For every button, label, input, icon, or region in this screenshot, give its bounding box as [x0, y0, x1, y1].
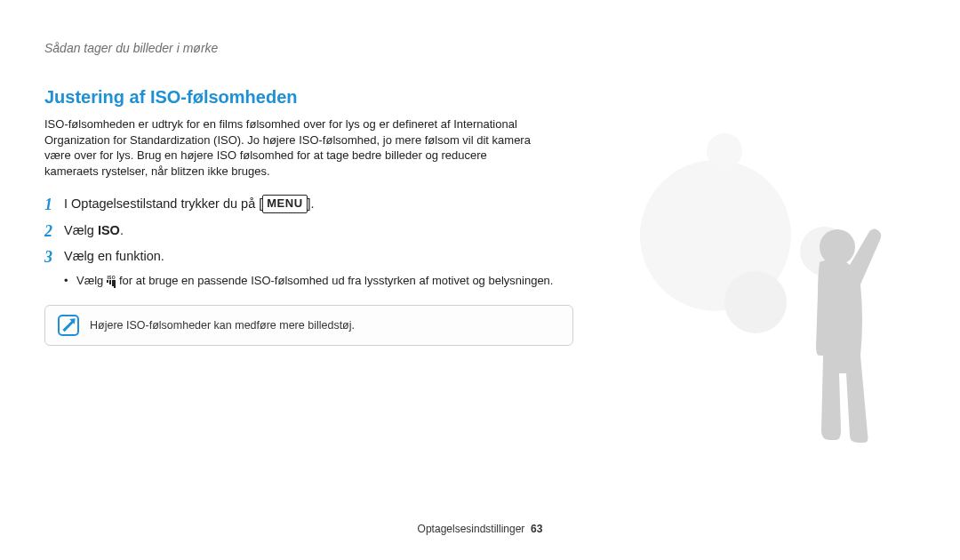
- intro-paragraph: ISO-følsomheden er udtryk for en films f…: [44, 116, 542, 179]
- step-text: Vælg en funktion.: [64, 247, 164, 266]
- bullet-pre: Vælg: [76, 274, 107, 287]
- bubble-icon: [707, 133, 742, 169]
- step-number: 3: [44, 247, 64, 268]
- iso-auto-icon: ISO: [107, 276, 116, 288]
- step-number: 2: [44, 221, 64, 242]
- bubble-icon: [724, 271, 787, 333]
- note-callout: Højere ISO-følsomheder kan medføre mere …: [44, 305, 573, 346]
- steps-list: 1 I Optagelsestilstand trykker du på [ME…: [44, 195, 569, 268]
- step-2-post: .: [120, 223, 124, 237]
- step-1: 1 I Optagelsestilstand trykker du på [ME…: [44, 195, 569, 215]
- child-silhouette-icon: [764, 213, 898, 462]
- step-2-bold: ISO: [98, 223, 120, 237]
- footer-section: Optagelsesindstillinger: [418, 523, 525, 535]
- decorative-art: [640, 133, 924, 471]
- step-text: Vælg ISO.: [64, 221, 124, 240]
- bullet-marker: •: [64, 273, 76, 289]
- step-2: 2 Vælg ISO.: [44, 221, 569, 242]
- step-1-pre: I Optagelsestilstand trykker du på [: [64, 196, 262, 211]
- note-icon: [58, 315, 79, 336]
- step-number: 1: [44, 195, 64, 215]
- step-2-pre: Vælg: [64, 223, 98, 237]
- page-footer: Optagelsesindstillinger 63: [0, 523, 960, 535]
- note-text: Højere ISO-følsomheder kan medføre mere …: [90, 319, 355, 332]
- svg-point-0: [820, 229, 855, 265]
- page-number: 63: [531, 523, 542, 535]
- step-text: I Optagelsestilstand trykker du på [MENU…: [64, 195, 315, 213]
- step-3: 3 Vælg en funktion.: [44, 247, 569, 268]
- breadcrumb: Sådan tager du billeder i mørke: [44, 41, 916, 55]
- bullet-post: for at bruge en passende ISO-følsomhed u…: [119, 274, 553, 287]
- bubble-icon: [640, 160, 791, 311]
- bubble-icon: [800, 227, 849, 276]
- step-1-post: ].: [308, 196, 315, 211]
- section-title: Justering af ISO-følsomheden: [44, 87, 916, 108]
- bullet-text: Vælg ISO for at bruge en passende ISO-fø…: [76, 273, 553, 289]
- menu-button-label: MENU: [262, 195, 307, 213]
- step-3-sub: • Vælg ISO for at bruge en passende ISO-…: [64, 273, 562, 289]
- bullet-item: • Vælg ISO for at bruge en passende ISO-…: [64, 273, 562, 289]
- manual-page: Sådan tager du billeder i mørke Justerin…: [0, 0, 960, 560]
